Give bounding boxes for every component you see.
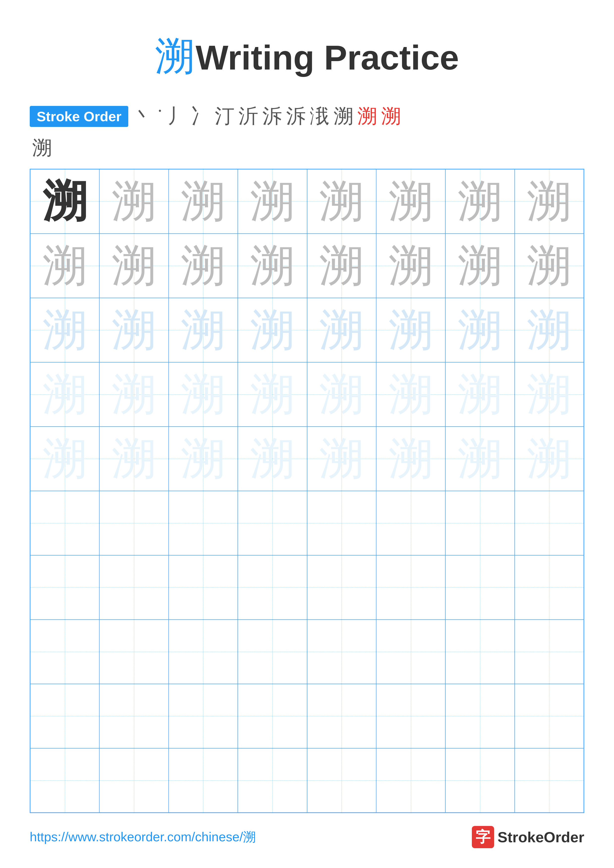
cell-character: 溯 — [319, 179, 364, 224]
grid-cell — [515, 620, 584, 684]
cell-character: 溯 — [527, 372, 571, 417]
grid-cell: 溯 — [376, 298, 445, 362]
cell-character: 溯 — [43, 437, 87, 481]
grid-row: 溯溯溯溯溯溯溯溯 — [30, 169, 584, 234]
grid-cell — [238, 620, 307, 684]
grid-cell — [307, 491, 376, 555]
cell-character: 溯 — [112, 308, 156, 352]
cell-character: 溯 — [527, 243, 571, 288]
grid-cell: 溯 — [376, 362, 445, 426]
grid-cell — [30, 491, 99, 555]
cell-character: 溯 — [250, 437, 295, 481]
grid-row — [30, 684, 584, 748]
grid-cell: 溯 — [30, 298, 99, 362]
grid-cell — [515, 684, 584, 748]
footer-logo: 字 StrokeOrder — [472, 826, 584, 848]
footer-url[interactable]: https://www.strokeorder.com/chinese/溯 — [30, 828, 256, 846]
cell-character: 溯 — [458, 243, 502, 288]
grid-cell — [515, 491, 584, 555]
cell-character: 溯 — [389, 372, 433, 417]
stroke-10: 溯 — [332, 103, 355, 130]
stroke-7: 泝 — [260, 103, 284, 130]
grid-cell — [99, 620, 168, 684]
grid-cell — [99, 748, 168, 812]
grid-cell — [515, 748, 584, 812]
grid-cell — [30, 555, 99, 620]
grid-cell: 溯 — [238, 298, 307, 362]
footer: https://www.strokeorder.com/chinese/溯 字 … — [30, 826, 584, 848]
grid-cell: 溯 — [515, 234, 584, 298]
grid-cell: 溯 — [238, 169, 307, 234]
grid-cell: 溯 — [515, 169, 584, 234]
cell-character: 溯 — [43, 243, 87, 288]
cell-character: 溯 — [112, 179, 156, 224]
grid-cell — [376, 555, 445, 620]
grid-row — [30, 748, 584, 812]
cell-character: 溯 — [389, 437, 433, 481]
cell-character: 溯 — [112, 243, 156, 288]
logo-char: 字 — [476, 827, 490, 847]
grid-cell — [515, 555, 584, 620]
stroke-9: 涐 — [308, 103, 332, 130]
grid-cell: 溯 — [99, 234, 168, 298]
grid-cell — [445, 748, 515, 812]
grid-cell: 溯 — [169, 426, 238, 491]
grid-cell — [99, 555, 168, 620]
page: 溯 Writing Practice Stroke Order 丶 ˙ 丿 冫 … — [0, 0, 614, 868]
cell-character: 溯 — [43, 179, 87, 224]
grid-cell — [169, 748, 238, 812]
grid-cell: 溯 — [169, 362, 238, 426]
grid-cell: 溯 — [238, 426, 307, 491]
cell-character: 溯 — [319, 437, 364, 481]
grid-cell — [238, 491, 307, 555]
grid-cell: 溯 — [515, 362, 584, 426]
cell-character: 溯 — [458, 437, 502, 481]
cell-character: 溯 — [112, 372, 156, 417]
stroke-order-badge: Stroke Order — [30, 106, 128, 127]
stroke-order-row2: 溯 — [30, 135, 584, 161]
grid-cell: 溯 — [238, 362, 307, 426]
stroke-12: 溯 — [379, 103, 403, 130]
cell-character: 溯 — [458, 308, 502, 352]
grid-cell — [99, 684, 168, 748]
practice-grid: 溯溯溯溯溯溯溯溯溯溯溯溯溯溯溯溯溯溯溯溯溯溯溯溯溯溯溯溯溯溯溯溯溯溯溯溯溯溯溯溯 — [30, 169, 584, 813]
stroke-line2-char: 溯 — [32, 135, 52, 161]
grid-cell: 溯 — [307, 362, 376, 426]
grid-cell — [376, 620, 445, 684]
grid-cell — [376, 491, 445, 555]
grid-cell — [445, 555, 515, 620]
cell-character: 溯 — [389, 179, 433, 224]
grid-cell: 溯 — [30, 234, 99, 298]
cell-character: 溯 — [250, 372, 295, 417]
grid-cell: 溯 — [376, 426, 445, 491]
grid-cell: 溯 — [99, 298, 168, 362]
cell-character: 溯 — [319, 308, 364, 352]
cell-character: 溯 — [181, 308, 225, 352]
cell-character: 溯 — [458, 372, 502, 417]
grid-row: 溯溯溯溯溯溯溯溯 — [30, 426, 584, 491]
grid-cell — [445, 684, 515, 748]
stroke-4: 冫 — [189, 103, 213, 130]
grid-cell — [99, 491, 168, 555]
grid-cell: 溯 — [307, 426, 376, 491]
grid-cell — [30, 684, 99, 748]
grid-cell — [169, 620, 238, 684]
grid-cell — [307, 620, 376, 684]
grid-cell — [376, 748, 445, 812]
grid-cell — [169, 491, 238, 555]
grid-cell: 溯 — [238, 234, 307, 298]
grid-cell: 溯 — [515, 426, 584, 491]
cell-character: 溯 — [250, 243, 295, 288]
grid-cell — [307, 748, 376, 812]
cell-character: 溯 — [181, 437, 225, 481]
stroke-sequence: 丶 ˙ 丿 冫 汀 沂 泝 泝 涐 溯 溯 溯 — [131, 103, 403, 130]
grid-cell — [238, 748, 307, 812]
grid-row: 溯溯溯溯溯溯溯溯 — [30, 234, 584, 298]
stroke-2: ˙ — [155, 105, 165, 128]
grid-cell: 溯 — [376, 234, 445, 298]
cell-character: 溯 — [43, 372, 87, 417]
grid-cell: 溯 — [307, 298, 376, 362]
grid-cell — [169, 684, 238, 748]
grid-cell — [238, 555, 307, 620]
grid-cell: 溯 — [515, 298, 584, 362]
